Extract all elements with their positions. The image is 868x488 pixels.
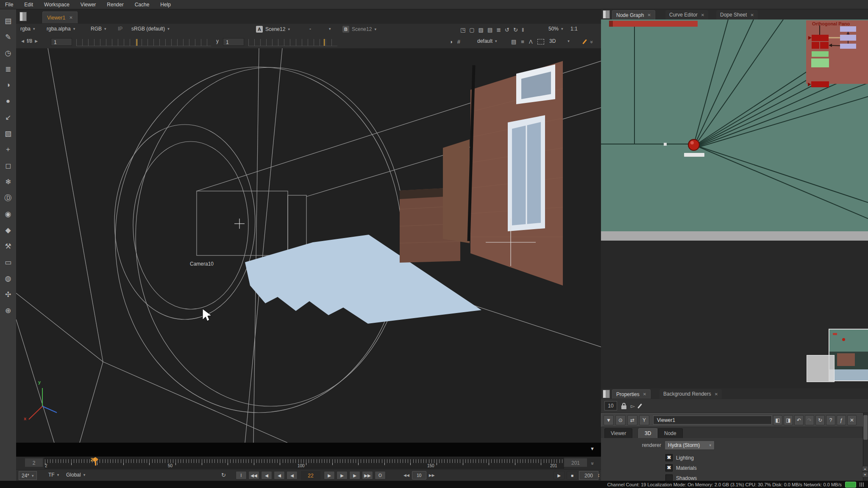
- scroll-down-icon[interactable]: ▼: [862, 472, 868, 477]
- step-back-button[interactable]: ◀: [274, 471, 285, 480]
- tab-curve-editor[interactable]: Curve Editor ✕: [665, 10, 708, 19]
- wipe-icon[interactable]: ▨: [479, 27, 484, 33]
- wrench-icon[interactable]: Y: [639, 415, 649, 425]
- roi-pencil-icon[interactable]: [582, 39, 587, 44]
- renderer-dropdown[interactable]: Hydra (Storm) ▾: [665, 441, 715, 450]
- shading-icon[interactable]: ▤: [511, 39, 516, 45]
- camera-node-label[interactable]: Camera10: [190, 261, 214, 267]
- in-point-button[interactable]: I: [236, 471, 247, 480]
- node-red-bar[interactable]: [609, 21, 698, 27]
- toolbar-channel-icon[interactable]: ≣: [0, 62, 16, 76]
- flipbook-play-icon[interactable]: ▶: [554, 471, 565, 480]
- update-icon[interactable]: ↻: [513, 27, 518, 33]
- toolbar-furnace-icon[interactable]: ◍: [0, 271, 16, 286]
- center-node-icon[interactable]: ⊙: [615, 415, 626, 425]
- edit-panels-icon[interactable]: [637, 403, 642, 408]
- filmstrip-caret-icon[interactable]: ▼: [590, 446, 595, 451]
- scroll-up-icon[interactable]: ▲: [862, 466, 868, 471]
- toolbar-deep-icon[interactable]: Ⓓ: [0, 191, 16, 205]
- gamma-slider[interactable]: [248, 39, 337, 46]
- panel-splitter[interactable]: [601, 231, 868, 241]
- gain-slider[interactable]: [76, 39, 211, 46]
- script-icon[interactable]: ƒ: [837, 415, 846, 425]
- menu-file[interactable]: File: [5, 2, 13, 8]
- frame-range-start[interactable]: 2: [25, 458, 43, 467]
- toolbar-time-icon[interactable]: ◷: [0, 46, 16, 60]
- undo-icon[interactable]: ↶: [794, 415, 804, 425]
- grid-snap-icon[interactable]: #: [457, 39, 460, 45]
- play-forward-button[interactable]: ▶: [324, 471, 335, 480]
- help-icon[interactable]: ?: [826, 415, 835, 425]
- tab-node-graph[interactable]: Node Graph ✕: [612, 10, 655, 19]
- flipbook-stop-icon[interactable]: ■: [567, 471, 578, 480]
- menu-workspace[interactable]: Workspace: [44, 2, 70, 8]
- input-process-toggle[interactable]: IP: [118, 26, 122, 32]
- fps-dropdown[interactable]: 24* ▾: [19, 471, 37, 480]
- toolbar-merge-icon[interactable]: ▧: [0, 126, 16, 141]
- toolbar-transform-icon[interactable]: +: [0, 142, 16, 157]
- viewer-lut-dropdown[interactable]: sRGB (default) ▾: [131, 26, 170, 32]
- menu-help[interactable]: Help: [160, 2, 171, 8]
- toolbar-particles-icon[interactable]: ❄: [0, 175, 16, 189]
- alpha-layer-dropdown[interactable]: rgba.alpha ▾: [47, 26, 75, 32]
- playback-mode-button[interactable]: O: [375, 471, 386, 480]
- toolbar-metadata-icon[interactable]: ◆: [0, 223, 16, 237]
- toolbar-views-icon[interactable]: ◉: [0, 207, 16, 221]
- proxy-icon[interactable]: ▤: [487, 27, 492, 33]
- materials-checkbox[interactable]: ✖: [665, 464, 673, 471]
- tab-properties[interactable]: Properties ✕: [612, 389, 651, 399]
- play-backward-button[interactable]: ◀: [287, 471, 298, 480]
- goto-start-button[interactable]: ◀◀: [248, 471, 259, 480]
- toolbar-plugins-icon[interactable]: ✣: [0, 287, 16, 302]
- backdrop-lavender-node3[interactable]: [840, 44, 856, 49]
- menu-edit[interactable]: Edit: [24, 2, 33, 8]
- resize-grip-icon[interactable]: [860, 482, 865, 487]
- lighting-checkbox[interactable]: ✖: [665, 454, 673, 461]
- goto-end-button[interactable]: ▶▶: [362, 471, 373, 480]
- backdrop-red-node-bottom[interactable]: [811, 81, 829, 87]
- node-name-field[interactable]: Viewer1: [653, 416, 772, 424]
- fstop-next-icon[interactable]: ▶: [35, 39, 38, 43]
- close-icon[interactable]: ✕: [647, 13, 651, 17]
- fstop-prev-icon[interactable]: ◀: [21, 39, 24, 43]
- view-mode-dropdown[interactable]: default ▾: [477, 38, 497, 44]
- channel-display-dropdown[interactable]: RGB ▾: [91, 26, 106, 32]
- tab-viewer-settings[interactable]: Viewer: [604, 428, 632, 438]
- close-panel-icon[interactable]: ✕: [847, 415, 857, 425]
- dock-panel-icon[interactable]: ◧: [773, 415, 782, 425]
- step-up-icon[interactable]: ▶▶: [429, 473, 435, 477]
- collapse-panel-icon[interactable]: ▼: [604, 415, 614, 425]
- tab-viewer1[interactable]: Viewer1 ✕: [42, 11, 78, 23]
- toolbar-filter-icon[interactable]: ●: [0, 94, 16, 108]
- clear-panels-icon[interactable]: ▻: [631, 403, 635, 409]
- frame-range-dropdown[interactable]: Global ▾: [66, 472, 85, 478]
- refresh-icon[interactable]: ↺: [505, 27, 509, 33]
- toolbar-3d-icon[interactable]: ◻: [0, 158, 16, 173]
- swap-inputs-icon[interactable]: ⇄: [627, 415, 637, 425]
- prev-keyframe-button[interactable]: ◀: [261, 471, 272, 480]
- panel-icon[interactable]: [603, 10, 610, 19]
- input-a-dropdown[interactable]: A Scene12 ▾: [256, 26, 290, 33]
- marquee-select-icon[interactable]: [537, 39, 544, 44]
- max-panels-field[interactable]: 10: [604, 401, 617, 410]
- float-panel-icon[interactable]: ◨: [784, 415, 793, 425]
- frame-range-end[interactable]: 201: [564, 458, 587, 467]
- panel-icon[interactable]: [603, 390, 610, 398]
- toolbar-other-icon[interactable]: ▭: [0, 255, 16, 269]
- viewport-3d[interactable]: Camera10 y x: [16, 48, 601, 443]
- gain-input[interactable]: 1: [51, 38, 72, 46]
- step-down-icon[interactable]: ◀◀: [403, 473, 409, 477]
- tab-node-settings[interactable]: Node: [658, 428, 683, 438]
- close-icon[interactable]: ✕: [750, 13, 754, 17]
- menu-viewer[interactable]: Viewer: [81, 2, 96, 8]
- layer-dropdown[interactable]: rgba ▾: [20, 26, 35, 32]
- step-forward-button[interactable]: ▶: [337, 471, 348, 480]
- wipe-mode-dropdown[interactable]: - ▾: [309, 26, 331, 32]
- overlay-icon[interactable]: ≡: [521, 39, 524, 45]
- toolbar-draw-icon[interactable]: ✎: [0, 30, 16, 44]
- headlamp-icon[interactable]: ◑: [449, 39, 453, 45]
- lock-panels-icon[interactable]: [621, 405, 626, 409]
- full-frame-icon[interactable]: ▢: [469, 27, 474, 33]
- toolbar-toolsets-icon[interactable]: ⚒: [0, 239, 16, 253]
- backdrop-green-node2[interactable]: [811, 58, 829, 67]
